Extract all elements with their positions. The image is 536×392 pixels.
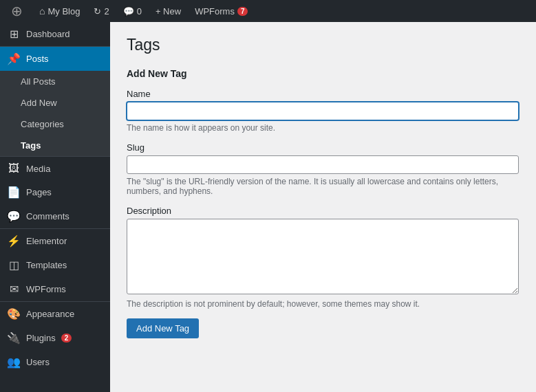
add-new-post-label: Add New (21, 98, 57, 108)
all-posts-label: All Posts (21, 76, 56, 87)
add-new-tag-form: Add New Tag Name The name is how it appe… (127, 68, 519, 338)
plugins-icon: 🔌 (7, 331, 21, 345)
updates-count: 2 (104, 6, 109, 17)
comments-icon: 💬 (123, 6, 134, 17)
posts-icon: 📌 (7, 52, 21, 65)
name-input[interactable] (127, 102, 519, 120)
updates-icon: ↻ (94, 6, 101, 17)
name-field: Name The name is how it appears on your … (127, 89, 519, 133)
users-icon: 👥 (7, 356, 21, 369)
comments-count: 0 (137, 6, 142, 17)
sidebar-label-templates: Templates (26, 260, 67, 270)
slug-label: Slug (127, 142, 519, 153)
sidebar-item-elementor[interactable]: ⚡ Elementor (0, 229, 110, 253)
sidebar-label-elementor: Elementor (26, 236, 67, 246)
name-hint: The name is how it appears on your site. (127, 123, 519, 133)
form-title: Add New Tag (127, 68, 519, 79)
sidebar-item-dashboard[interactable]: ⊞ Dashboard (0, 22, 110, 46)
templates-icon: ◫ (7, 259, 21, 272)
sidebar-label-appearance: Appearance (26, 309, 74, 319)
site-icon: ⌂ (39, 6, 45, 17)
name-label: Name (127, 89, 519, 99)
sidebar-label-media: Media (26, 164, 50, 174)
plugins-badge: 2 (61, 334, 72, 342)
sidebar-label-posts: Posts (26, 54, 49, 64)
categories-label: Categories (21, 119, 64, 129)
dashboard-icon: ⊞ (7, 28, 21, 41)
wp-logo-item[interactable]: ⊕ (6, 0, 31, 22)
description-input[interactable] (127, 219, 519, 294)
sidebar-label-comments: Comments (26, 211, 69, 221)
slug-input[interactable] (127, 155, 519, 174)
media-icon: 🖼 (7, 162, 21, 175)
comments-sidebar-icon: 💬 (7, 210, 21, 223)
description-hint: The description is not prominent by defa… (127, 299, 519, 309)
sidebar: ⊞ Dashboard 📌 Posts All Posts Add New Ca… (0, 22, 110, 392)
elementor-icon: ⚡ (7, 235, 21, 248)
sidebar-label-pages: Pages (26, 187, 52, 197)
add-new-tag-button[interactable]: Add New Tag (127, 318, 199, 338)
description-label: Description (127, 206, 519, 216)
appearance-icon: 🎨 (7, 307, 21, 320)
main-content: Tags Add New Tag Name The name is how it… (110, 22, 536, 392)
sidebar-item-users[interactable]: 👥 Users (0, 350, 110, 374)
slug-field: Slug The "slug" is the URL-friendly vers… (127, 142, 519, 196)
description-field: Description The description is not promi… (127, 206, 519, 309)
sidebar-item-templates[interactable]: ◫ Templates (0, 253, 110, 277)
sidebar-item-tags[interactable]: Tags (0, 135, 110, 156)
new-content-label: + New (156, 6, 181, 17)
sidebar-item-categories[interactable]: Categories (0, 113, 110, 135)
updates-item[interactable]: ↻ 2 (88, 0, 114, 22)
sidebar-item-comments[interactable]: 💬 Comments (0, 204, 110, 228)
sidebar-item-plugins[interactable]: 🔌 Plugins 2 (0, 326, 110, 350)
site-name-label: My Blog (47, 6, 80, 17)
sidebar-item-add-new-post[interactable]: Add New (0, 92, 110, 113)
sidebar-item-pages[interactable]: 📄 Pages (0, 180, 110, 204)
wpforms-label: WPForms (195, 6, 235, 17)
sidebar-label-dashboard: Dashboard (26, 29, 70, 39)
comments-item[interactable]: 💬 0 (118, 0, 147, 22)
sidebar-item-wpforms[interactable]: ✉ WPForms (0, 277, 110, 301)
pages-icon: 📄 (7, 186, 21, 199)
sidebar-item-posts[interactable]: 📌 Posts (0, 47, 110, 71)
sidebar-item-appearance[interactable]: 🎨 Appearance (0, 302, 110, 326)
sidebar-label-wpforms: WPForms (26, 284, 66, 294)
sidebar-item-media[interactable]: 🖼 Media (0, 157, 110, 180)
wpforms-badge: 7 (237, 7, 248, 16)
posts-submenu: All Posts Add New Categories Tags (0, 71, 110, 156)
sidebar-item-all-posts[interactable]: All Posts (0, 71, 110, 92)
tags-label: Tags (21, 140, 41, 151)
wpforms-sidebar-icon: ✉ (7, 283, 21, 296)
wpforms-item[interactable]: WPForms 7 (189, 0, 253, 22)
new-content-item[interactable]: + New (150, 0, 186, 22)
slug-hint: The "slug" is the URL-friendly version o… (127, 177, 519, 196)
page-title: Tags (127, 36, 519, 54)
wp-logo-icon: ⊕ (11, 3, 23, 19)
sidebar-label-plugins: Plugins (26, 333, 56, 343)
site-name-item[interactable]: ⌂ My Blog (34, 0, 85, 22)
sidebar-label-users: Users (26, 357, 50, 367)
